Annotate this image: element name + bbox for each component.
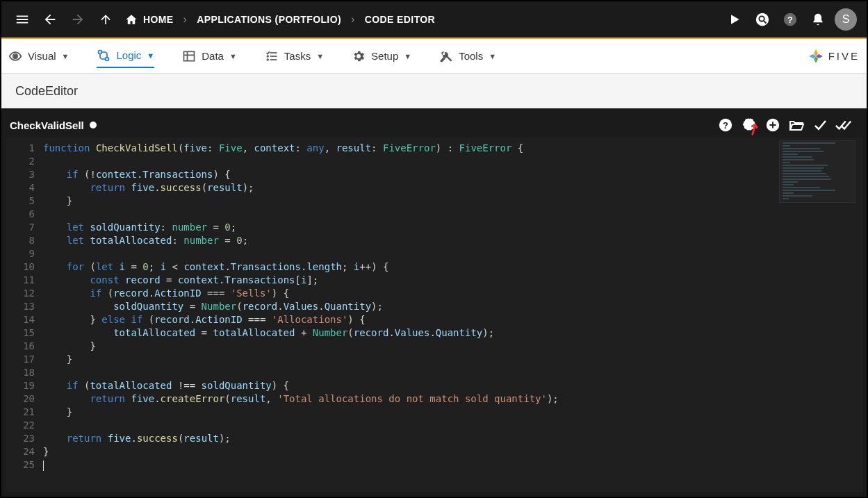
line-gutter: 1234567891011121314151617181920212223242… (6, 138, 42, 492)
tab-tools[interactable]: Tools▼ (439, 49, 496, 63)
help-circle-icon[interactable]: ? (714, 113, 737, 137)
tab-data[interactable]: Data▼ (182, 49, 237, 63)
avatar-letter: S (842, 13, 850, 26)
code-lines[interactable]: function CheckValidSell(five: Five, cont… (42, 138, 862, 492)
crumb-home-label: HOME (143, 14, 174, 25)
svg-point-5 (14, 54, 17, 58)
tab-visual-label: Visual (28, 50, 56, 62)
svg-text:?: ? (723, 120, 728, 131)
svg-rect-8 (184, 51, 195, 60)
chevron-down-icon: ▼ (316, 52, 324, 60)
tab-logic-label: Logic (116, 49, 141, 61)
code-editor[interactable]: 1234567891011121314151617181920212223242… (6, 138, 862, 492)
open-folder-icon[interactable] (785, 113, 808, 137)
tab-visual[interactable]: Visual▼ (8, 49, 69, 63)
crumb-home[interactable]: HOME (125, 13, 174, 26)
chevron-down-icon: ▼ (62, 52, 69, 60)
crumb-applications[interactable]: APPLICATIONS (PORTFOLIO) (197, 14, 341, 25)
tab-tools-label: Tools (459, 50, 483, 62)
chevron-down-icon: ▼ (147, 51, 154, 60)
check-icon[interactable]: ↗ (808, 113, 832, 137)
editor-tab[interactable]: CheckValidSell (10, 119, 97, 131)
tab-setup[interactable]: Setup▼ (352, 49, 411, 63)
chevron-right-icon: › (183, 13, 188, 26)
tab-setup-label: Setup (371, 50, 398, 62)
svg-text:?: ? (787, 15, 793, 25)
svg-point-14 (267, 56, 268, 57)
crumb-applications-label: APPLICATIONS (PORTFOLIO) (197, 14, 341, 25)
double-check-icon[interactable] (832, 113, 855, 137)
add-icon[interactable] (761, 113, 785, 137)
run-icon[interactable] (721, 6, 748, 33)
hamburger-icon[interactable] (8, 6, 36, 33)
chevron-right-icon: › (351, 13, 355, 26)
breadcrumb: HOME › APPLICATIONS (PORTFOLIO) › CODE E… (125, 13, 435, 26)
crumb-code-editor-label: CODE EDITOR (365, 14, 435, 25)
bell-icon[interactable] (804, 6, 832, 33)
help-icon[interactable]: ? (776, 6, 804, 33)
chevron-down-icon: ▼ (404, 52, 411, 60)
editor-tab-label: CheckValidSell (10, 119, 84, 131)
brand-logo: FIVE (808, 48, 860, 65)
svg-point-15 (267, 59, 268, 60)
avatar[interactable]: S (832, 6, 860, 33)
minimap[interactable] (779, 140, 855, 203)
crumb-code-editor[interactable]: CODE EDITOR (365, 14, 435, 25)
tab-logic[interactable]: Logic▼ (97, 49, 154, 68)
search-icon[interactable] (748, 6, 776, 33)
tab-tasks-label: Tasks (284, 50, 311, 62)
svg-point-0 (756, 13, 769, 26)
chevron-down-icon: ▼ (229, 52, 237, 60)
back-icon[interactable] (36, 6, 64, 33)
forward-icon (64, 6, 92, 33)
page-title: CodeEditor (15, 84, 78, 99)
tab-tasks[interactable]: Tasks▼ (265, 49, 324, 63)
brand-label: FIVE (828, 50, 860, 62)
up-icon[interactable] (92, 6, 120, 33)
chevron-down-icon: ▼ (489, 52, 496, 60)
tab-data-label: Data (202, 50, 224, 62)
dirty-dot-icon (90, 122, 97, 128)
